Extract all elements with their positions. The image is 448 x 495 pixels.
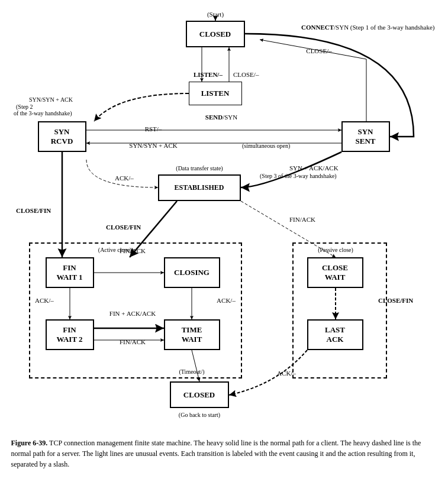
close-fin-left-label: CLOSE/FIN	[16, 207, 51, 214]
ack-dash-arrow	[86, 160, 158, 187]
state-closing: CLOSING	[164, 257, 220, 288]
step3-label: (Step 3 of the 3-way handshake)	[260, 173, 337, 180]
send-syn-label: SEND/SYN	[205, 114, 237, 121]
tcp-state-diagram: CLOSED LISTEN SYN RCVD SYN SENT ESTABLIS…	[11, 6, 437, 432]
syn-syn-ack2-label: SYN/SYN + ACK	[129, 142, 177, 149]
ack-dash-label: ACK/–	[115, 174, 134, 182]
state-closed-top: CLOSED	[186, 21, 245, 47]
listen-dash-label: LISTEN/–	[194, 71, 223, 78]
state-syn-sent: SYN SENT	[341, 121, 390, 152]
state-listen: LISTEN	[189, 82, 242, 105]
go-back-label: (Go back to start)	[178, 412, 220, 419]
rst-label: RST/–	[144, 125, 162, 132]
close-fin-main-label: CLOSE/FIN	[106, 224, 141, 231]
of-3way-label: of the 3-way handshake)	[14, 110, 72, 117]
state-close-wait: CLOSE WAIT	[307, 257, 363, 288]
figure-caption: Figure 6-39. TCP connection management f…	[11, 438, 437, 470]
fin-ack-right-label: FIN/ACK	[289, 216, 315, 223]
close-dash-top-label: CLOSE/–	[306, 47, 332, 54]
figure-number: Figure 6-39.	[11, 439, 48, 447]
syn-ack-listen-arrow	[94, 93, 189, 121]
state-last-ack: LAST ACK	[307, 319, 363, 350]
state-time-wait: TIME WAIT	[164, 319, 220, 350]
state-closed-bottom: CLOSED	[170, 381, 229, 408]
state-established: ESTABLISHED	[158, 174, 241, 201]
close-dash-top-arrow	[260, 40, 366, 121]
data-transfer-label: (Data transfer state)	[176, 165, 223, 172]
step2-label: (Step 2	[16, 103, 33, 111]
syn-syn-ack-label: SYN/SYN + ACK	[29, 96, 73, 103]
state-fin-wait2: FIN WAIT 2	[46, 319, 94, 350]
state-fin-wait1: FIN WAIT 1	[46, 257, 94, 288]
close-dash2-label: CLOSE/–	[233, 71, 259, 78]
syn-ack-ack-label: SYN + ACK/ACK	[289, 164, 339, 172]
start-label: (Start)	[207, 11, 223, 18]
syn-ack-ack-arrow	[241, 152, 341, 187]
state-syn-rcvd: SYN RCVD	[38, 121, 86, 152]
simul-open-label: (simultaneous open)	[242, 143, 290, 150]
figure-text: TCP connection management finite state m…	[11, 439, 421, 468]
connect-syn-label: CONNECT/SYN (Step 1 of the 3-way handsha…	[301, 24, 435, 31]
